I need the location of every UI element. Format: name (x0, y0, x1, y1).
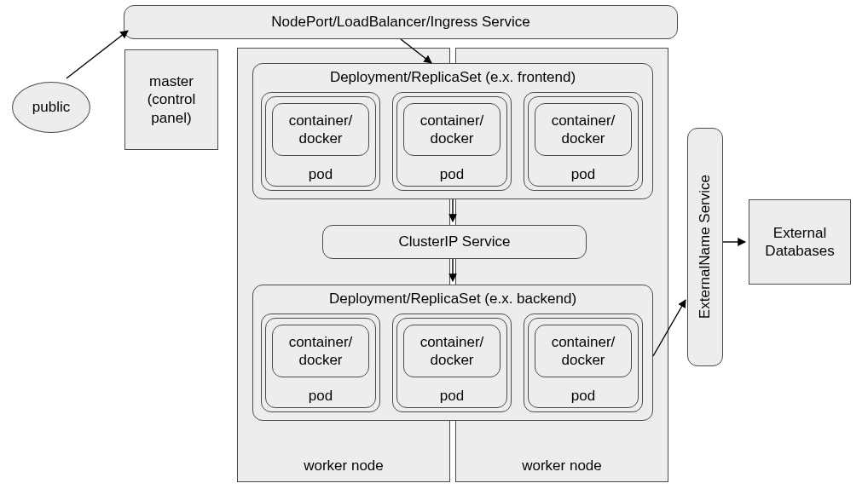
clusterip-service: ClusterIP Service (322, 225, 587, 259)
master-line1: master (149, 72, 194, 90)
container-b2-l2: docker (430, 351, 473, 369)
pod-backend-2: container/ docker pod (392, 314, 512, 412)
pod-b3-label: pod (524, 388, 642, 405)
pod-backend-3: container/ docker pod (524, 314, 643, 412)
container-b3-l2: docker (561, 351, 605, 369)
public-label: public (32, 99, 70, 116)
pod-f2-label: pod (393, 166, 511, 183)
container-f1-l1: container/ (289, 112, 353, 129)
container-b1-l1: container/ (289, 333, 353, 351)
pod-b1-label: pod (262, 388, 379, 405)
worker-node-right-label: worker node (456, 457, 668, 475)
pod-frontend-2: container/ docker pod (392, 92, 512, 191)
container-b3: container/ docker (535, 325, 632, 377)
pod-frontend-1: container/ docker pod (261, 92, 380, 191)
container-b2: container/ docker (403, 325, 501, 377)
externalname-label: ExternalName Service (697, 175, 714, 319)
container-f2: container/ docker (403, 103, 501, 156)
worker-node-left-label: worker node (238, 457, 449, 475)
master-box: master (control panel) (124, 49, 218, 150)
container-f1-l2: docker (298, 129, 342, 147)
pod-backend-1: container/ docker pod (261, 314, 380, 412)
pod-frontend-3: container/ docker pod (524, 92, 643, 191)
container-b1-l2: docker (298, 351, 342, 369)
pod-f1-label: pod (262, 166, 379, 183)
ingress-service-box: NodePort/LoadBalancer/Ingress Service (124, 5, 678, 39)
container-f2-l2: docker (430, 129, 473, 147)
container-f3-l2: docker (561, 129, 605, 147)
container-f1: container/ docker (272, 103, 369, 156)
container-b2-l1: container/ (420, 333, 484, 351)
ingress-service-label: NodePort/LoadBalancer/Ingress Service (271, 14, 529, 31)
container-b3-l1: container/ (552, 333, 616, 351)
clusterip-label: ClusterIP Service (398, 233, 510, 250)
pod-b2-label: pod (393, 388, 511, 405)
external-databases: External Databases (749, 199, 851, 285)
public-ellipse: public (12, 82, 90, 133)
arrow-public-ingress (67, 31, 128, 78)
container-b1: container/ docker (272, 325, 369, 377)
externalname-service: ExternalName Service (687, 128, 723, 366)
external-db-line2: Databases (765, 242, 834, 260)
master-line3: panel) (151, 109, 191, 127)
deployment-frontend-label: Deployment/ReplicaSet (e.x. frontend) (330, 69, 576, 86)
container-f3: container/ docker (535, 103, 632, 156)
master-line2: (control (148, 90, 196, 108)
deployment-backend-label: Deployment/ReplicaSet (e.x. backend) (329, 291, 576, 308)
container-f2-l1: container/ (420, 112, 484, 129)
pod-f3-label: pod (524, 166, 642, 183)
container-f3-l1: container/ (552, 112, 616, 129)
external-db-line1: External (773, 224, 826, 242)
